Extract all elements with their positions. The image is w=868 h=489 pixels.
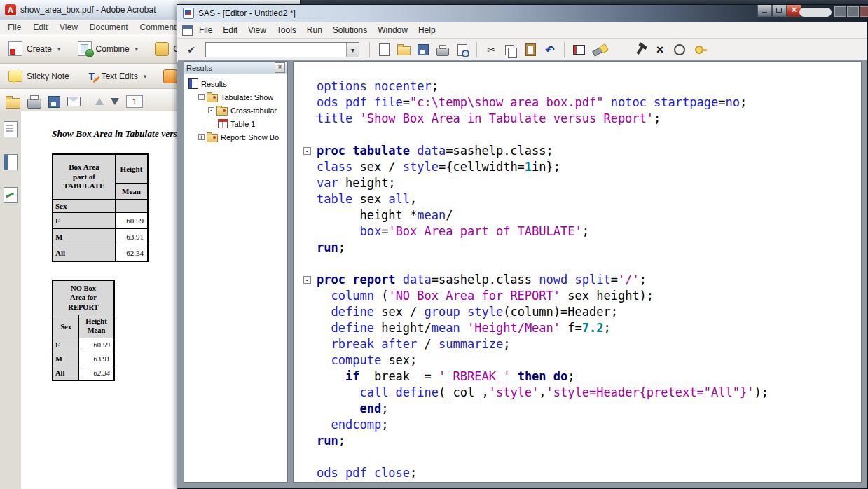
code-line[interactable]: define height/mean 'Height/Mean' f=7.2; [294,320,861,336]
code-line[interactable]: if _break_ = '_RBREAK_' then do; [294,369,861,385]
sas-menu-solutions[interactable]: Solutions [333,25,367,35]
acrobat-menu-edit[interactable]: Edit [33,22,48,32]
code-line[interactable]: options nocenter; [294,78,861,95]
row-label: F [53,338,79,352]
results-tree-item[interactable]: +Report: Show Bo [184,130,287,144]
tree-item-label: Tabulate: Show [221,93,273,102]
sas-menu-window[interactable]: Window [378,25,408,35]
code-line[interactable]: run; [294,433,861,449]
create-pdf-button[interactable]: Create [4,39,65,59]
code-area[interactable]: options nocenter;ods pdf file="c:\temp\s… [294,62,861,482]
sas-menu-run[interactable]: Run [307,25,322,35]
sas-menu-edit[interactable]: Edit [223,25,237,35]
tree-fold-toggle[interactable]: + [198,134,205,140]
results-panel-header[interactable]: Results [184,62,287,74]
folder-icon [216,107,228,116]
bookmarks-panel-icon[interactable] [4,154,18,170]
acrobat-menu-document[interactable]: Document [90,22,128,32]
next-page-icon[interactable] [111,98,119,105]
code-line[interactable]: height *mean/ [294,207,861,223]
new-document-icon[interactable] [376,41,392,58]
previous-page-icon[interactable] [95,98,104,105]
code-line[interactable] [294,449,861,465]
code-line[interactable]: call define(_col_,'style','style=Header{… [294,385,861,401]
sticky-note-icon [8,71,22,82]
code-line[interactable]: table sex all, [294,191,861,207]
acrobat-menu-comments[interactable]: Comments [140,22,181,32]
code-line[interactable]: end; [294,401,861,417]
file-shortcuts-icon[interactable] [590,41,607,58]
signatures-panel-icon[interactable] [4,187,18,203]
break-icon[interactable] [671,41,688,58]
code-line[interactable]: rbreak after / summarize; [294,336,861,352]
code-line[interactable]: ods pdf file="c:\temp\show_area_box.pdf"… [294,95,861,111]
sas-menu-tools[interactable]: Tools [277,25,296,35]
code-fold-toggle[interactable]: - [303,147,311,155]
code-line[interactable]: run; [294,240,861,256]
row-value: 62.34 [116,245,149,262]
save-icon[interactable] [415,41,432,58]
minimize-button[interactable] [757,5,772,17]
tools-icon[interactable] [632,41,649,58]
combine-button[interactable]: Combine [74,39,143,59]
sticky-note-button[interactable]: Sticky Note [4,68,74,85]
tree-fold-toggle[interactable]: - [208,107,214,113]
code-line[interactable]: class sex / style={cellwidth=1in}; [294,159,861,175]
highlight-icon [163,69,177,83]
editor-panel[interactable]: options nocenter;ods pdf file="c:\temp\s… [293,61,862,483]
code-line[interactable]: ods pdf close; [294,465,861,481]
tree-fold-toggle[interactable]: - [198,94,205,100]
toolbar-separator [369,42,370,57]
code-line[interactable]: compute sex; [294,352,861,369]
code-line[interactable] [294,127,861,143]
paste-icon[interactable] [522,41,539,58]
row-label: All [53,245,116,262]
sas-menu-view[interactable]: View [248,25,266,35]
print-preview-icon[interactable] [454,41,471,58]
table-row: All 62.34 [53,245,148,262]
code-line[interactable]: column ('NO Box Area for REPORT' sex hei… [294,288,861,304]
undo-icon[interactable] [542,41,558,58]
key-macros-icon[interactable] [691,41,708,58]
code-line[interactable]: define sex / group style(column)=Header; [294,304,861,320]
sas-menu-file[interactable]: File [199,25,212,35]
command-dropdown-arrow-icon[interactable] [346,43,359,57]
print-icon[interactable] [434,41,451,58]
text-edits-button[interactable]: Text Edits [82,67,151,85]
new-library-icon[interactable] [570,41,587,58]
copy-icon[interactable] [502,41,519,58]
command-input[interactable] [206,43,346,57]
code-line[interactable]: endcomp; [294,417,861,433]
code-line[interactable]: -proc report data=sashelp.class nowd spl… [294,272,861,288]
acrobat-menu-view[interactable]: View [60,22,78,32]
cut-icon[interactable] [483,41,500,58]
sas-menu-help[interactable]: Help [418,25,436,35]
code-line[interactable] [294,256,861,272]
results-tree-item[interactable]: Table 1 [184,117,287,130]
open-file-icon[interactable] [395,41,412,58]
open-file-icon[interactable] [6,98,20,109]
sas-app-icon [183,8,194,19]
pages-panel-icon[interactable] [4,121,18,137]
email-icon[interactable] [67,97,81,106]
tabulate-mean-header: Mean [116,184,149,200]
results-tree-item[interactable]: -Tabulate: Show [184,90,287,104]
print-icon[interactable] [27,99,41,109]
command-check-icon[interactable] [183,41,200,58]
code-line[interactable]: title 'Show Box Area in Tabulate versus … [294,111,861,127]
command-bar [205,42,359,57]
tabulate-output-table: Box Area part of TABULATE Height Mean Se… [52,153,149,262]
code-line[interactable]: var height; [294,175,861,191]
code-line[interactable]: -proc tabulate data=sashelp.class; [294,143,861,159]
clear-all-icon[interactable] [652,41,668,58]
results-tree-item[interactable]: Results [184,77,287,90]
acrobat-menu-file[interactable]: File [8,22,21,32]
results-close-icon[interactable] [275,62,285,73]
maximize-button[interactable] [772,5,787,17]
results-tree-item[interactable]: -Cross-tabular [184,104,287,117]
sas-titlebar[interactable]: SAS - [Editor - Untitled2 *] [177,5,867,22]
save-icon[interactable] [48,96,60,108]
page-number-field[interactable]: 1 [126,95,143,108]
code-line[interactable]: box='Box Area part of TABULATE'; [294,223,861,240]
code-fold-toggle[interactable]: - [303,276,311,284]
